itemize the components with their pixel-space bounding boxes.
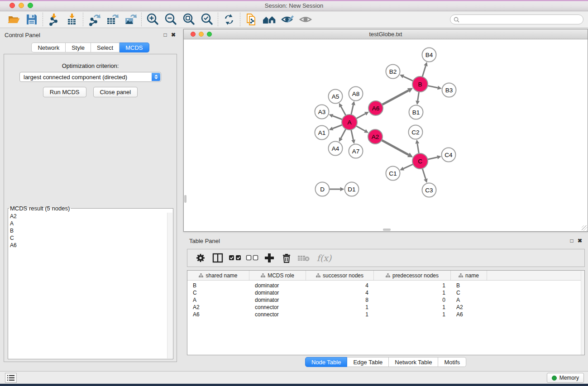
open-session-button[interactable] xyxy=(5,12,23,27)
graph-edge-A-A8[interactable] xyxy=(351,105,354,115)
tab-select[interactable]: Select xyxy=(91,43,120,52)
table-row[interactable]: Bdominator41B xyxy=(187,282,584,289)
table-cell[interactable]: A6 xyxy=(187,311,249,318)
tab-motifs[interactable]: Motifs xyxy=(438,357,466,367)
graph-edge-A-A4[interactable] xyxy=(341,129,346,138)
show-tasks-button[interactable] xyxy=(5,373,17,383)
tab-edge-table[interactable]: Edge Table xyxy=(347,357,389,367)
search-input[interactable] xyxy=(462,16,583,23)
zoom-selected-button[interactable] xyxy=(198,12,216,27)
table-cell[interactable]: 1 xyxy=(374,289,451,296)
table-cell[interactable]: dominator xyxy=(249,296,306,304)
mcds-result-item[interactable]: C xyxy=(10,234,167,242)
mcds-result-item[interactable]: A2 xyxy=(10,213,167,220)
table-cell[interactable]: 1 xyxy=(374,311,451,318)
save-session-button[interactable] xyxy=(23,12,41,27)
search-field[interactable] xyxy=(450,14,583,24)
close-panel-icon[interactable]: ✖ xyxy=(170,32,177,38)
export-network-button[interactable] xyxy=(85,12,103,27)
graph-edge-A-A3[interactable] xyxy=(333,116,342,119)
table-cell[interactable]: dominator xyxy=(249,282,306,289)
network-canvas[interactable]: B4B2BB3A8A5A6A3B1AA1C2A2A4A7C4CC1C3DD1 xyxy=(184,40,587,231)
graph-edge-B-B1[interactable] xyxy=(418,92,419,101)
graph-edge-A2-C[interactable] xyxy=(382,140,408,155)
mcds-result-item[interactable]: A6 xyxy=(10,242,167,249)
graph-edge-B-B4[interactable] xyxy=(422,66,426,76)
zoom-out-button[interactable] xyxy=(162,12,180,27)
graph-edge-A-A7[interactable] xyxy=(351,130,354,140)
close-table-panel-icon[interactable]: ✖ xyxy=(576,238,583,244)
graph-edge-A-A2[interactable] xyxy=(356,126,365,131)
duplicate-network-button[interactable] xyxy=(242,12,260,27)
canvas-vertical-scrollbar[interactable] xyxy=(184,195,186,203)
column-header-shared-name[interactable]: shared name xyxy=(187,271,249,280)
network-window-titlebar[interactable]: testGlobe.txt xyxy=(184,29,588,39)
mcds-result-item[interactable]: A xyxy=(10,220,167,227)
graph-edge-B-B2[interactable] xyxy=(403,76,413,81)
refresh-button[interactable] xyxy=(220,12,238,27)
table-cell[interactable]: A2 xyxy=(451,304,487,311)
network-graph[interactable]: B4B2BB3A8A5A6A3B1AA1C2A2A4A7C4CC1C3DD1 xyxy=(184,40,587,231)
table-cell[interactable]: C xyxy=(451,289,487,296)
table-cell[interactable]: A xyxy=(451,296,487,304)
column-header-MCDS-role[interactable]: MCDS role xyxy=(249,271,306,280)
tab-network[interactable]: Network xyxy=(31,43,66,52)
memory-button[interactable]: Memory xyxy=(547,373,584,383)
graph-edge-C-C2[interactable] xyxy=(417,143,419,153)
table-cell[interactable]: 0 xyxy=(374,296,451,304)
table-vertical-scrollbar[interactable] xyxy=(581,271,584,355)
add-column-button[interactable] xyxy=(261,251,278,265)
zoom-fit-button[interactable] xyxy=(180,12,198,27)
show-all-networks-button[interactable] xyxy=(260,12,278,27)
import-table-button[interactable] xyxy=(63,12,81,27)
mcds-list-scrollbar[interactable] xyxy=(167,213,172,358)
table-cell[interactable]: 4 xyxy=(306,289,374,296)
show-eye-button[interactable] xyxy=(296,12,315,27)
delete-table-button[interactable] xyxy=(295,251,312,265)
table-cell[interactable]: connector xyxy=(249,304,306,311)
deselect-all-columns-button[interactable] xyxy=(244,251,261,265)
tab-style[interactable]: Style xyxy=(66,43,91,52)
mcds-result-list[interactable]: A2ABCA6 xyxy=(9,213,167,358)
tab-mcds[interactable]: MCDS xyxy=(120,43,149,52)
graph-edge-C-C3[interactable] xyxy=(422,168,425,179)
node-attribute-table[interactable]: shared nameMCDS rolesuccessor nodesprede… xyxy=(187,270,585,355)
column-header-name[interactable]: name xyxy=(451,271,487,280)
mcds-result-item[interactable]: B xyxy=(10,227,167,234)
table-cell[interactable]: 1 xyxy=(374,282,451,289)
run-mcds-button[interactable]: Run MCDS xyxy=(43,87,86,97)
table-row[interactable]: A2connector11A2 xyxy=(187,304,584,311)
import-network-button[interactable] xyxy=(45,12,63,27)
float-panel-icon[interactable]: □ xyxy=(162,32,169,38)
canvas-horizontal-scrollbar[interactable] xyxy=(383,229,391,231)
graph-edge-A-A5[interactable] xyxy=(341,106,346,115)
table-cell[interactable]: 1 xyxy=(306,304,374,311)
table-cell[interactable]: 1 xyxy=(374,304,451,311)
table-row[interactable]: Cdominator41C xyxy=(187,289,584,296)
table-cell[interactable]: B xyxy=(187,282,249,289)
criterion-dropdown[interactable]: largest connected component (directed) xyxy=(19,72,161,82)
graph-edge-A-A1[interactable] xyxy=(333,125,342,129)
select-all-columns-button[interactable] xyxy=(226,251,244,265)
table-cell[interactable]: 4 xyxy=(306,282,374,289)
table-row[interactable]: Adominator80A xyxy=(187,296,584,304)
table-cell[interactable]: A xyxy=(187,296,249,304)
graph-edge-C-C4[interactable] xyxy=(428,157,438,160)
table-cell[interactable]: A6 xyxy=(451,311,487,318)
table-cell[interactable]: 8 xyxy=(306,296,374,304)
zoom-in-button[interactable] xyxy=(143,12,162,27)
table-cell[interactable]: 1 xyxy=(306,311,374,318)
window-resize-grip[interactable] xyxy=(582,225,587,231)
export-table-button[interactable] xyxy=(103,12,121,27)
graph-edge-B-B3[interactable] xyxy=(428,86,438,88)
close-panel-button[interactable]: Close panel xyxy=(93,87,138,97)
table-settings-button[interactable] xyxy=(192,251,209,265)
delete-column-button[interactable] xyxy=(278,251,295,265)
toggle-graphics-details-button[interactable] xyxy=(278,12,296,27)
table-cell[interactable]: C xyxy=(187,289,249,296)
column-header-successor-nodes[interactable]: successor nodes xyxy=(306,271,374,280)
split-panel-button[interactable] xyxy=(209,251,226,265)
export-image-button[interactable] xyxy=(121,12,139,27)
function-builder-button[interactable]: f(x) xyxy=(312,251,336,265)
tab-node-table[interactable]: Node Table xyxy=(305,357,348,367)
